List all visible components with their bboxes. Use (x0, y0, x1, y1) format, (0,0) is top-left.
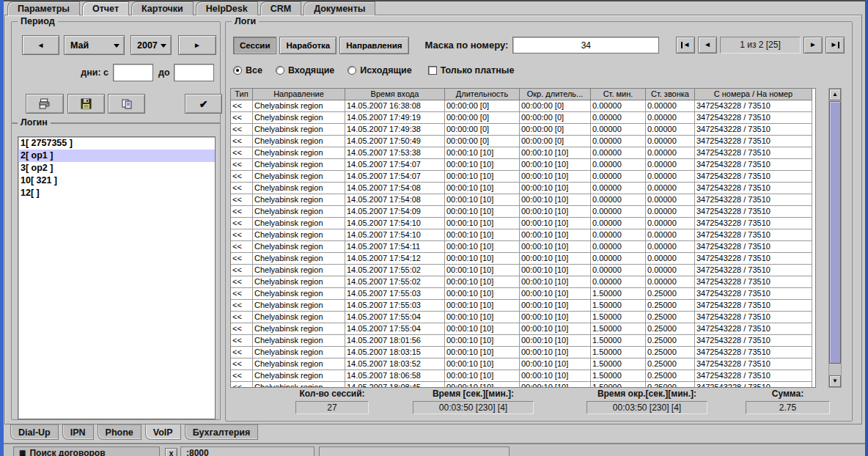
table-row[interactable]: <<Chelyabinsk region14.05.2007 17:54:100… (231, 229, 815, 241)
tab-Отчет[interactable]: Отчет (82, 1, 129, 15)
table-row[interactable]: <<Chelyabinsk region14.05.2007 17:49:190… (231, 112, 815, 124)
table-row[interactable]: <<Chelyabinsk region14.05.2007 17:55:030… (231, 288, 815, 300)
table-cell: 14.05.2007 17:54:10 (345, 218, 445, 229)
tab-CRM[interactable]: CRM (260, 1, 301, 15)
table-cell: 00:00:10 [10] (520, 183, 591, 194)
taskbar-tab-empty[interactable] (319, 446, 510, 456)
scrollbar-thumb[interactable] (829, 101, 841, 364)
table-row[interactable]: <<Chelyabinsk region14.05.2007 17:55:020… (231, 276, 815, 288)
tab-Документы[interactable]: Документы (304, 1, 375, 15)
login-item[interactable]: 10[ 321 ] (18, 174, 215, 187)
month-select[interactable]: Май (64, 35, 125, 55)
column-header[interactable]: Направление (253, 89, 345, 100)
table-row[interactable]: <<Chelyabinsk region14.05.2007 17:49:380… (231, 124, 815, 136)
summary-label: Сумма: (772, 389, 803, 399)
sessions-table[interactable]: ТипНаправлениеВремя входаДлительностьОкр… (230, 88, 816, 388)
next-page-button[interactable]: ► (803, 37, 823, 54)
scroll-up-button[interactable]: ▲ (829, 89, 841, 100)
taskbar-tab-search-contracts[interactable]: ▦ Поиск договоров (13, 446, 160, 456)
tab-Параметры[interactable]: Параметры (7, 1, 80, 15)
login-item[interactable]: 3[ op2 ] (18, 162, 215, 174)
table-cell: << (231, 206, 253, 218)
view-button-Наработка[interactable]: Наработка (279, 37, 336, 54)
table-cell: 00:00:10 [10] (520, 253, 591, 265)
login-item[interactable]: 1[ 2757355 ] (18, 137, 215, 150)
radio-icon (347, 66, 356, 75)
table-row[interactable]: <<Chelyabinsk region14.05.2007 17:54:110… (231, 241, 815, 253)
table-row[interactable]: <<Chelyabinsk region14.05.2007 18:03:520… (231, 358, 815, 370)
last-page-button[interactable]: ► (825, 37, 845, 54)
tab-VoIP[interactable]: VoIP (145, 424, 181, 440)
radio-Входящие[interactable]: Входящие (276, 65, 334, 76)
table-row[interactable]: <<Chelyabinsk region14.05.2007 18:03:150… (231, 347, 815, 358)
column-header[interactable]: Длительность (445, 89, 520, 100)
table-row[interactable]: <<Chelyabinsk region14.05.2007 17:54:100… (231, 218, 815, 229)
taskbar-tab-8000[interactable]: :8000 (180, 446, 315, 456)
mask-input[interactable] (512, 37, 659, 54)
column-header[interactable]: С номера / На номер (695, 89, 812, 100)
paid-only-checkbox[interactable]: Только платные (428, 65, 515, 76)
login-item[interactable]: 2[ op1 ] (18, 150, 215, 162)
login-item[interactable]: 12[ ] (18, 187, 215, 199)
table-cell: 00:00:10 [10] (445, 218, 520, 229)
view-button-Направления[interactable]: Направления (339, 37, 408, 54)
table-row[interactable]: <<Chelyabinsk region14.05.2007 18:06:580… (231, 370, 815, 382)
table-cell: 00:00:10 [10] (445, 358, 520, 370)
print-button[interactable] (26, 94, 64, 114)
table-cell: 3472543228 / 73510 (695, 124, 812, 136)
year-select[interactable]: 2007 (130, 35, 172, 55)
table-row[interactable]: <<Chelyabinsk region14.05.2007 18:01:560… (231, 335, 815, 347)
apply-button[interactable]: ✔ (185, 94, 222, 114)
radio-Исходящие[interactable]: Исходящие (347, 65, 411, 76)
login-title: Логин (18, 117, 51, 128)
table-cell: 0.00000 (591, 265, 646, 276)
table-row[interactable]: <<Chelyabinsk region14.05.2007 17:54:080… (231, 194, 815, 206)
table-cell: 0.00000 (646, 147, 695, 159)
tab-Dial-Up[interactable]: Dial-Up (10, 424, 59, 440)
column-header[interactable]: Время входа (345, 89, 445, 100)
tab-Карточки[interactable]: Карточки (131, 1, 194, 15)
table-row[interactable]: <<Chelyabinsk region14.05.2007 17:54:070… (231, 159, 815, 171)
tab-IPN[interactable]: IPN (62, 424, 94, 440)
table-row[interactable]: <<Chelyabinsk region14.05.2007 17:55:040… (231, 312, 815, 323)
table-cell: 3472543228 / 73510 (695, 136, 812, 147)
table-row[interactable]: <<Chelyabinsk region14.05.2007 17:53:380… (231, 147, 815, 159)
tab-Бухгалтерия[interactable]: Бухгалтерия (185, 424, 259, 440)
login-list[interactable]: 1[ 2757355 ]2[ op1 ]3[ op2 ]10[ 321 ]12[… (18, 136, 216, 419)
column-header[interactable]: Тип (231, 89, 253, 100)
table-row[interactable]: <<Chelyabinsk region14.05.2007 17:54:080… (231, 183, 815, 194)
table-cell: Chelyabinsk region (253, 358, 345, 370)
table-cell: Chelyabinsk region (253, 112, 345, 124)
table-row[interactable]: <<Chelyabinsk region14.05.2007 17:50:490… (231, 136, 815, 147)
tab-Phone[interactable]: Phone (98, 424, 141, 440)
column-header[interactable]: Окр. длитель... (520, 89, 591, 100)
close-window-button[interactable]: x (165, 448, 177, 456)
table-cell: Chelyabinsk region (253, 335, 345, 347)
prev-page-button[interactable]: ◄ (698, 37, 717, 54)
right-triangle-icon: ► (831, 41, 838, 48)
table-scrollbar[interactable]: ▲ ▼ (828, 88, 842, 388)
scroll-down-button[interactable]: ▼ (829, 375, 841, 387)
day-from-input[interactable] (113, 64, 153, 81)
save-button[interactable] (67, 94, 105, 114)
column-header[interactable]: Ст. мин. (591, 89, 646, 100)
table-row[interactable]: <<Chelyabinsk region14.05.2007 17:55:030… (231, 300, 815, 312)
table-cell: 0.00000 (646, 171, 695, 183)
table-row[interactable]: <<Chelyabinsk region14.05.2007 17:54:120… (231, 253, 815, 265)
table-row[interactable]: <<Chelyabinsk region14.05.2007 17:54:090… (231, 206, 815, 218)
tab-HelpDesk[interactable]: HelpDesk (196, 1, 258, 15)
table-cell: 0.25000 (646, 347, 695, 358)
table-row[interactable]: <<Chelyabinsk region14.05.2007 17:55:020… (231, 265, 815, 276)
table-row[interactable]: <<Chelyabinsk region14.05.2007 16:38:080… (231, 100, 815, 112)
view-button-Сессии[interactable]: Сессии (233, 37, 276, 54)
prev-month-button[interactable]: ◄ (22, 35, 59, 55)
copy-button[interactable] (108, 94, 145, 114)
radio-Все[interactable]: Все (233, 65, 262, 76)
table-row[interactable]: <<Chelyabinsk region14.05.2007 17:54:070… (231, 171, 815, 183)
first-page-button[interactable]: ◄ (676, 37, 695, 54)
table-row[interactable]: <<Chelyabinsk region14.05.2007 18:08:450… (231, 382, 815, 388)
column-header[interactable]: Ст. звонка (646, 89, 695, 100)
table-row[interactable]: <<Chelyabinsk region14.05.2007 17:55:040… (231, 323, 815, 335)
next-month-button[interactable]: ► (178, 35, 216, 55)
day-to-input[interactable] (174, 64, 214, 81)
